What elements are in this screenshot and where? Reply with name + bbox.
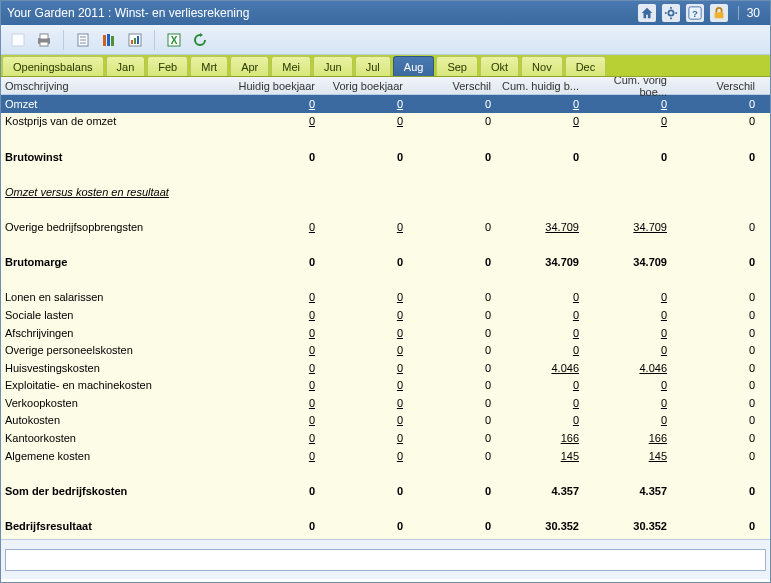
table-row[interactable]: Lonen en salarissen000000 — [1, 289, 770, 307]
tab-jan[interactable]: Jan — [106, 56, 146, 76]
table-row[interactable]: Overige personeelskosten000000 — [1, 341, 770, 359]
table-row[interactable]: Kostprijs van de omzet000000 — [1, 113, 770, 131]
tab-feb[interactable]: Feb — [147, 56, 188, 76]
row-val: 0 — [673, 485, 761, 497]
table-row[interactable]: Som der bedrijfskosten0004.3574.3570 — [1, 482, 770, 500]
svg-rect-8 — [12, 34, 24, 46]
table-row[interactable]: Verkoopkosten000000 — [1, 394, 770, 412]
tab-label: Okt — [491, 61, 508, 73]
table-row[interactable]: Huisvestingskosten0004.0464.0460 — [1, 359, 770, 377]
tab-jun[interactable]: Jun — [313, 56, 353, 76]
table-row[interactable]: Kantoorkosten0001661660 — [1, 429, 770, 447]
tab-okt[interactable]: Okt — [480, 56, 519, 76]
tab-apr[interactable]: Apr — [230, 56, 269, 76]
svg-rect-17 — [107, 34, 110, 46]
svg-rect-20 — [131, 40, 133, 44]
table-row[interactable]: Algemene kosten0001451450 — [1, 447, 770, 465]
table-row[interactable]: Autokosten000000 — [1, 412, 770, 430]
row-val: 0 — [321, 256, 409, 268]
filter-input[interactable] — [5, 549, 766, 571]
lock-icon[interactable] — [710, 4, 728, 22]
row-val: 145 — [585, 450, 673, 462]
row-val: 0 — [497, 151, 585, 163]
table-row[interactable]: Overige bedrijfsopbrengsten00034.70934.7… — [1, 218, 770, 236]
row-val: 0 — [673, 397, 761, 409]
row-val: 0 — [673, 221, 761, 233]
tab-sep[interactable]: Sep — [436, 56, 478, 76]
row-val: 0 — [409, 221, 497, 233]
row-desc: Afschrijvingen — [1, 327, 233, 339]
row-val: 0 — [673, 344, 761, 356]
row-val: 0 — [233, 485, 321, 497]
col-header-2[interactable]: Vorig boekjaar — [321, 80, 409, 92]
gear-icon[interactable] — [662, 4, 680, 22]
svg-rect-18 — [111, 36, 114, 46]
spacer-row — [1, 201, 770, 219]
row-desc: Brutowinst — [1, 151, 233, 163]
table-row[interactable]: Brutowinst000000 — [1, 148, 770, 166]
document-icon[interactable] — [72, 29, 94, 51]
excel-icon[interactable]: X — [163, 29, 185, 51]
table-row[interactable]: Omzet000000 — [1, 95, 770, 113]
table-row[interactable]: Brutomarge00034.70934.7090 — [1, 253, 770, 271]
row-val: 0 — [233, 362, 321, 374]
tab-dec[interactable]: Dec — [565, 56, 607, 76]
svg-rect-22 — [137, 36, 139, 44]
table-row[interactable]: Exploitatie- en machinekosten000000 — [1, 377, 770, 395]
row-val: 0 — [321, 309, 409, 321]
row-val: 0 — [321, 98, 409, 110]
col-header-1[interactable]: Huidig boekjaar — [233, 80, 321, 92]
row-val: 0 — [585, 291, 673, 303]
row-val: 166 — [585, 432, 673, 444]
row-val: 166 — [497, 432, 585, 444]
tab-nov[interactable]: Nov — [521, 56, 563, 76]
row-val: 0 — [233, 450, 321, 462]
tab-openingsbalans[interactable]: Openingsbalans — [2, 56, 104, 76]
row-val: 0 — [233, 256, 321, 268]
separator — [154, 30, 155, 50]
tab-mrt[interactable]: Mrt — [190, 56, 228, 76]
refresh-icon[interactable] — [189, 29, 211, 51]
row-desc: Verkoopkosten — [1, 397, 233, 409]
row-val: 0 — [497, 344, 585, 356]
tab-label: Sep — [447, 61, 467, 73]
row-val: 0 — [585, 397, 673, 409]
col-header-4[interactable]: Cum. huidig b... — [497, 80, 585, 92]
row-val: 0 — [497, 98, 585, 110]
row-val: 0 — [233, 414, 321, 426]
row-val: 0 — [233, 115, 321, 127]
row-val: 0 — [409, 309, 497, 321]
books-icon[interactable] — [98, 29, 120, 51]
row-val: 0 — [673, 450, 761, 462]
print-icon[interactable] — [33, 29, 55, 51]
svg-rect-21 — [134, 38, 136, 44]
tab-mei[interactable]: Mei — [271, 56, 311, 76]
report-icon[interactable] — [124, 29, 146, 51]
table-row[interactable]: Afschrijvingen000000 — [1, 324, 770, 342]
table-row[interactable]: Bedrijfsresultaat00030.35230.3520 — [1, 517, 770, 535]
row-val: 4.046 — [585, 362, 673, 374]
home-icon[interactable] — [638, 4, 656, 22]
spacer-row — [1, 236, 770, 254]
col-header-3[interactable]: Verschil — [409, 80, 497, 92]
row-val: 0 — [673, 98, 761, 110]
col-header-6[interactable]: Verschil — [673, 80, 761, 92]
col-header-desc[interactable]: Omschrijving — [1, 80, 233, 92]
row-desc: Omzet — [1, 98, 233, 110]
new-icon[interactable] — [7, 29, 29, 51]
row-val: 0 — [497, 379, 585, 391]
row-val: 34.709 — [585, 256, 673, 268]
tab-aug[interactable]: Aug — [393, 56, 435, 76]
row-val: 0 — [409, 485, 497, 497]
row-val: 0 — [497, 115, 585, 127]
row-val: 0 — [321, 151, 409, 163]
svg-text:X: X — [171, 35, 178, 46]
tab-jul[interactable]: Jul — [355, 56, 391, 76]
svg-rect-16 — [103, 35, 106, 46]
section-row[interactable]: Omzet versus kosten en resultaat — [1, 183, 770, 201]
row-val: 0 — [585, 327, 673, 339]
help-icon[interactable]: ? — [686, 4, 704, 22]
table-row[interactable]: Sociale lasten000000 — [1, 306, 770, 324]
row-val: 0 — [233, 344, 321, 356]
col-header-5[interactable]: Cum. vorig boe... — [585, 77, 673, 98]
